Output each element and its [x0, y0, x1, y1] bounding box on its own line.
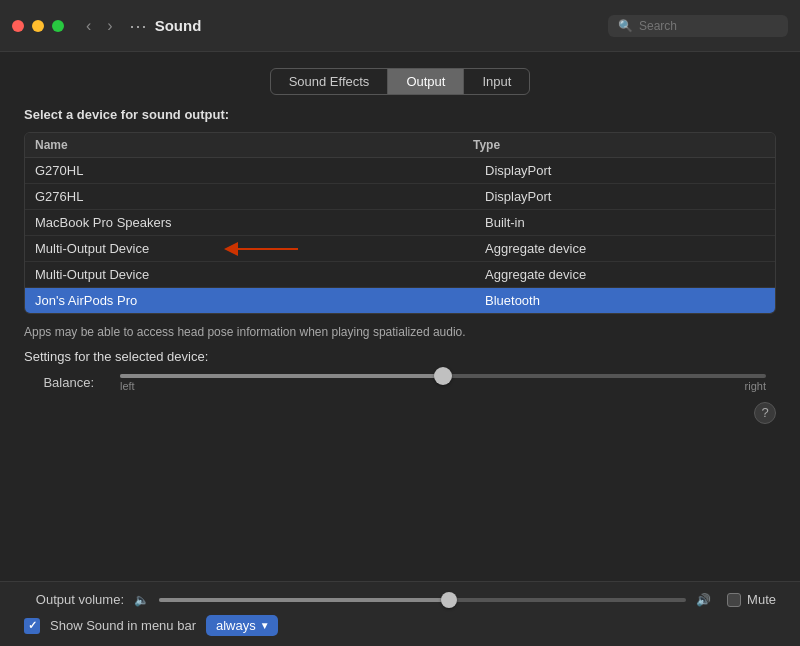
- app-grid-icon: ⋯: [129, 15, 147, 37]
- balance-right-label: right: [745, 380, 766, 392]
- device-name: MacBook Pro Speakers: [35, 215, 485, 230]
- tab-input[interactable]: Input: [464, 69, 529, 94]
- table-row[interactable]: G270HL DisplayPort: [25, 158, 775, 184]
- search-input[interactable]: [639, 19, 778, 33]
- device-type: Built-in: [485, 215, 765, 230]
- device-name: Multi-Output Device: [35, 241, 485, 256]
- tab-output[interactable]: Output: [388, 69, 464, 94]
- balance-slider-fill: [120, 374, 443, 378]
- table-body: G270HL DisplayPort G276HL DisplayPort Ma…: [25, 158, 775, 313]
- mute-checkbox-row: Mute: [727, 592, 776, 607]
- table-row[interactable]: MacBook Pro Speakers Built-in: [25, 210, 775, 236]
- scrollbar-area: [753, 138, 765, 152]
- info-text: Apps may be able to access head pose inf…: [24, 324, 776, 341]
- always-dropdown[interactable]: always ▼: [206, 615, 278, 636]
- show-sound-checkbox[interactable]: [24, 618, 40, 634]
- tab-sound-effects[interactable]: Sound Effects: [271, 69, 389, 94]
- mute-label: Mute: [747, 592, 776, 607]
- tab-group: Sound Effects Output Input: [270, 68, 531, 95]
- balance-slider-track[interactable]: [120, 374, 766, 378]
- device-type: DisplayPort: [485, 163, 765, 178]
- device-name: G270HL: [35, 163, 485, 178]
- table-row[interactable]: Multi-Output Device Aggregate device: [25, 236, 775, 262]
- volume-slider[interactable]: [159, 598, 686, 602]
- window-title: Sound: [155, 17, 608, 34]
- col-header-name: Name: [35, 138, 473, 152]
- volume-fill: [159, 598, 449, 602]
- search-icon: 🔍: [618, 19, 633, 33]
- device-type: DisplayPort: [485, 189, 765, 204]
- table-header: Name Type: [25, 133, 775, 158]
- device-name: Jon's AirPods Pro: [35, 293, 485, 308]
- minimize-button[interactable]: [32, 20, 44, 32]
- volume-label: Output volume:: [24, 592, 124, 607]
- help-btn-row: ?: [24, 402, 776, 424]
- device-name: G276HL: [35, 189, 485, 204]
- balance-left-label: left: [120, 380, 135, 392]
- traffic-lights: [12, 20, 64, 32]
- tabs-container: Sound Effects Output Input: [0, 52, 800, 107]
- always-text: always: [216, 618, 256, 633]
- balance-slider-thumb[interactable]: [434, 367, 452, 385]
- bottom-bar: Output volume: 🔈 🔊 Mute Show Sound in me…: [0, 581, 800, 646]
- device-table: Name Type G270HL DisplayPort G276HL Disp…: [24, 132, 776, 314]
- output-panel: Select a device for sound output: Name T…: [0, 107, 800, 581]
- back-button[interactable]: ‹: [80, 15, 97, 37]
- menu-bar-row: Show Sound in menu bar always ▼: [24, 615, 776, 636]
- forward-button[interactable]: ›: [101, 15, 118, 37]
- volume-high-icon: 🔊: [696, 593, 711, 607]
- balance-row: Balance: left right: [24, 374, 776, 392]
- menu-bar-label: Show Sound in menu bar: [50, 618, 196, 633]
- help-button[interactable]: ?: [754, 402, 776, 424]
- balance-slider-container: left right: [110, 374, 776, 392]
- table-row[interactable]: Multi-Output Device Aggregate device: [25, 262, 775, 288]
- nav-buttons: ‹ ›: [80, 15, 119, 37]
- device-type: Aggregate device: [485, 267, 765, 282]
- volume-thumb[interactable]: [441, 592, 457, 608]
- volume-row: Output volume: 🔈 🔊 Mute: [24, 592, 776, 607]
- table-row-selected[interactable]: Jon's AirPods Pro Bluetooth: [25, 288, 775, 313]
- device-name: Multi-Output Device: [35, 267, 485, 282]
- maximize-button[interactable]: [52, 20, 64, 32]
- device-type: Bluetooth: [485, 293, 765, 308]
- col-header-type: Type: [473, 138, 753, 152]
- dropdown-arrow-icon: ▼: [260, 620, 270, 631]
- close-button[interactable]: [12, 20, 24, 32]
- device-type: Aggregate device: [485, 241, 765, 256]
- volume-low-icon: 🔈: [134, 593, 149, 607]
- section-title: Select a device for sound output:: [24, 107, 776, 122]
- mute-checkbox[interactable]: [727, 593, 741, 607]
- titlebar: ‹ › ⋯ Sound 🔍: [0, 0, 800, 52]
- main-content: Sound Effects Output Input Select a devi…: [0, 52, 800, 646]
- settings-label: Settings for the selected device:: [24, 349, 776, 364]
- balance-label: Balance:: [24, 375, 94, 390]
- search-bar[interactable]: 🔍: [608, 15, 788, 37]
- table-row[interactable]: G276HL DisplayPort: [25, 184, 775, 210]
